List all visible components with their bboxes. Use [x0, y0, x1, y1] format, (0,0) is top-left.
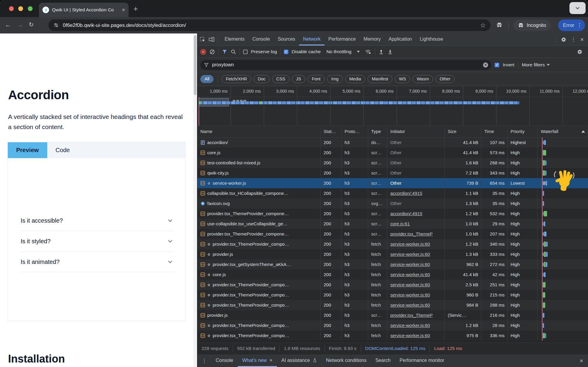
search-icon[interactable]: [231, 49, 236, 55]
drawer-tab-network-conditions[interactable]: Network conditions: [322, 354, 371, 367]
back-button[interactable]: ←: [5, 21, 11, 29]
devtools-tab-elements[interactable]: Elements: [221, 33, 249, 45]
initiator-link[interactable]: core.js:61: [390, 221, 410, 226]
export-har-icon[interactable]: [387, 49, 393, 55]
clear-filter-icon[interactable]: ×: [483, 62, 488, 68]
forward-button[interactable]: →: [17, 21, 23, 29]
device-toolbar-icon[interactable]: [208, 36, 214, 42]
filter-chip-all[interactable]: All: [200, 75, 214, 83]
network-request-row[interactable]: provider.tsx_getSystemTheme_aKkA…200h3fe…: [197, 259, 588, 270]
profile-button[interactable]: Error ⋮: [558, 19, 585, 31]
omnibox[interactable]: 0f6e2f0b.qwik-ui-site.pages.dev/docs/sty…: [48, 19, 490, 31]
devtools-tab-sources[interactable]: Sources: [274, 33, 299, 45]
network-request-row[interactable]: service-worker.js200h3scr…Other739 B654 …: [197, 178, 588, 188]
preserve-log-checkbox[interactable]: [243, 50, 248, 54]
network-settings-gear-icon[interactable]: [577, 49, 585, 55]
initiator-link[interactable]: service-worker.js:60: [390, 292, 430, 297]
tab-code[interactable]: Code: [47, 142, 78, 158]
network-request-row[interactable]: favicon.svg200h3svg…Other1.3 kB35 msHigh: [197, 198, 588, 209]
network-request-row[interactable]: qwik-city.js200h3scr…Other7.2 kB343 msHi…: [197, 168, 588, 178]
more-filters-button[interactable]: More filters: [522, 62, 550, 68]
network-overview-timeline[interactable]: 1,000 ms2,000 ms3,000 ms4,000 ms5,000 ms…: [197, 86, 588, 126]
network-request-row[interactable]: accordion/200h3do…Other41.4 kB107 msHigh…: [197, 137, 588, 148]
column-header-priority[interactable]: Priority: [508, 126, 538, 137]
network-request-row[interactable]: core.js200h3scr…Other41.4 kB573 msHigh: [197, 148, 588, 158]
disable-cache-checkbox[interactable]: ✓: [284, 50, 288, 54]
devtools-tab-lighthouse[interactable]: Lighthouse: [416, 33, 447, 45]
network-request-row[interactable]: collapsible.tsx_HCollapsible_compone…200…: [197, 188, 588, 198]
network-request-row[interactable]: test-controlled-list-mixed.js200h3scr…Ot…: [197, 158, 588, 168]
initiator-link[interactable]: service-worker.js:60: [390, 262, 430, 267]
initiator-link[interactable]: service-worker.js:60: [390, 333, 430, 338]
initiator-link[interactable]: service-worker.js:60: [390, 282, 430, 287]
filter-chip-font[interactable]: Font: [308, 75, 325, 83]
filter-chip-media[interactable]: Media: [345, 75, 365, 83]
filter-chip-css[interactable]: CSS: [272, 75, 290, 83]
network-request-row[interactable]: provider.tsx_ThemeProvider_compo…200h3fe…: [197, 320, 588, 331]
column-header-waterfall[interactable]: Waterfall: [538, 126, 588, 137]
network-request-row[interactable]: provider.tsx_ThemeProvider_compone…200h3…: [197, 209, 588, 219]
filter-chip-js[interactable]: JS: [292, 75, 305, 83]
devtools-tab-memory[interactable]: Memory: [359, 33, 385, 45]
extension-icon[interactable]: [496, 22, 503, 28]
site-settings-icon[interactable]: [53, 22, 59, 28]
initiator-link[interactable]: accordion/:4915: [390, 191, 422, 196]
network-request-row[interactable]: provider.tsx_ThemeProvider_compo…200h3fe…: [197, 300, 588, 310]
network-request-row[interactable]: provider.js200h3fetchservice-worker.js:6…: [197, 249, 588, 259]
initiator-link[interactable]: service-worker.js:60: [390, 302, 430, 308]
column-header-initiator[interactable]: Initiator: [387, 126, 445, 137]
column-header-name[interactable]: Name: [197, 126, 321, 137]
filter-chip-ws[interactable]: WS: [395, 75, 410, 83]
throttling-select[interactable]: No throttling: [326, 49, 351, 54]
filter-box[interactable]: ×: [200, 60, 491, 70]
page-scrollbar[interactable]: [193, 33, 197, 367]
filter-chip-fetch-xhr[interactable]: Fetch/XHR: [222, 75, 251, 83]
network-request-row[interactable]: provider.tsx_ThemeProvider_compone…200h3…: [197, 229, 588, 239]
network-request-row[interactable]: provider.tsx_ThemeProvider_compo…200h3fe…: [197, 280, 588, 290]
initiator-link[interactable]: accordion/:4915: [390, 211, 422, 216]
more-options-icon[interactable]: ⋮: [571, 36, 576, 43]
settings-gear-icon[interactable]: [561, 37, 566, 42]
import-har-icon[interactable]: [378, 49, 384, 55]
devtools-tab-console[interactable]: Console: [249, 33, 274, 45]
close-window-button[interactable]: [9, 6, 14, 11]
drawer-tab-search[interactable]: Search: [371, 354, 395, 367]
drawer-tab-performance-monitor[interactable]: Performance monitor: [395, 354, 449, 367]
initiator-link[interactable]: service-worker.js:60: [390, 272, 430, 277]
devtools-tab-application[interactable]: Application: [385, 33, 416, 45]
initiator-link[interactable]: provider.tsx_ThemeP: [390, 231, 433, 236]
inspect-element-icon[interactable]: [200, 37, 205, 42]
devtools-tab-network[interactable]: Network: [299, 33, 325, 45]
filter-chip-wasm[interactable]: Wasm: [412, 75, 433, 83]
scrollbar-thumb[interactable]: [194, 35, 196, 95]
devtools-tab-performance[interactable]: Performance: [325, 33, 360, 45]
more-options-icon[interactable]: ⋮: [577, 22, 582, 28]
invert-checkbox[interactable]: ✓: [495, 63, 499, 67]
url-text[interactable]: 0f6e2f0b.qwik-ui-site.pages.dev/docs/sty…: [63, 22, 480, 28]
drawer-menu-icon[interactable]: ⋮: [197, 357, 211, 364]
column-header-size[interactable]: Size: [445, 126, 481, 137]
clear-network-log-icon[interactable]: [209, 49, 215, 55]
record-network-log-button[interactable]: [200, 49, 206, 55]
initiator-link[interactable]: provider.tsx_ThemeP: [390, 313, 433, 318]
network-request-row[interactable]: provider.js200h3scr…provider.tsx_ThemeP(…: [197, 310, 588, 320]
column-header-type[interactable]: Type: [368, 126, 387, 137]
close-tab-icon[interactable]: ×: [269, 357, 272, 363]
network-request-row[interactable]: use-collapsible.tsx_useCollapsible_ge…20…: [197, 219, 588, 229]
network-conditions-icon[interactable]: [365, 48, 371, 55]
network-request-row[interactable]: core.js200h3fetchservice-worker.js:6041.…: [197, 270, 588, 280]
network-request-row[interactable]: provider.tsx_ThemeProvider_compo…200h3fe…: [197, 239, 588, 249]
column-header-proto[interactable]: Proto…: [342, 126, 368, 137]
accordion-trigger-is-it-styled[interactable]: Is it styled?: [21, 231, 173, 252]
new-tab-button[interactable]: +: [133, 4, 138, 13]
tab-preview[interactable]: Preview: [8, 142, 47, 158]
initiator-link[interactable]: service-worker.js:60: [390, 252, 430, 257]
accordion-trigger-is-it-accessible[interactable]: Is it accessible?: [21, 210, 173, 231]
column-header-stat[interactable]: Stat…: [321, 126, 342, 137]
accordion-trigger-is-it-animated[interactable]: Is it animated?: [21, 252, 173, 272]
filter-chip-other[interactable]: Other: [435, 75, 455, 83]
initiator-link[interactable]: service-worker.js:60: [390, 241, 430, 247]
filter-toggle-icon[interactable]: [222, 49, 227, 54]
filter-chip-img[interactable]: Img: [327, 75, 343, 83]
tab-search-chevron-button[interactable]: [569, 2, 586, 14]
